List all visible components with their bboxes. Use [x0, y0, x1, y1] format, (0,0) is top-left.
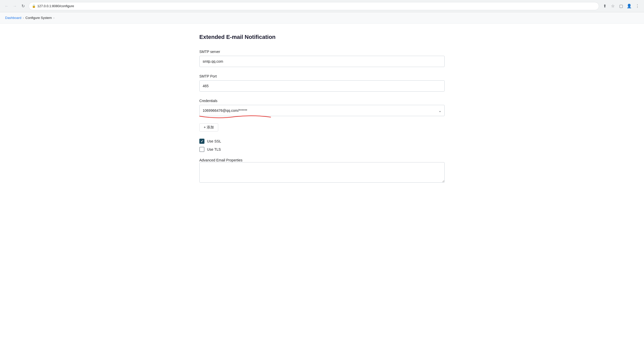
- reload-button[interactable]: ↻: [19, 3, 27, 10]
- share-button[interactable]: ⬆: [601, 3, 608, 10]
- add-credentials-button[interactable]: + 添加: [199, 123, 218, 131]
- breadcrumb-sep-1: ›: [23, 16, 24, 20]
- use-ssl-checkbox-wrapper[interactable]: ✓ Use SSL: [199, 139, 221, 144]
- checkmark-icon: ✓: [201, 139, 203, 143]
- extensions-button[interactable]: ▢: [617, 3, 625, 10]
- credentials-wrapper: 1069966476@qq.com/****** ⌄: [199, 105, 445, 116]
- breadcrumb: Dashboard › Configure System ›: [0, 12, 644, 24]
- smtp-port-input[interactable]: [199, 80, 445, 92]
- breadcrumb-sep-2: ›: [53, 16, 54, 20]
- back-button[interactable]: ←: [3, 3, 10, 10]
- browser-chrome: ← → ↻ 🔒 127.0.0.1:8080/configure ⬆ ☆ ▢ 👤…: [0, 0, 644, 12]
- use-ssl-label: Use SSL: [207, 139, 221, 143]
- advanced-email-section: Advanced Email Properties: [199, 158, 445, 183]
- url-text: 127.0.0.1:8080/configure: [37, 4, 74, 8]
- credentials-annotation: 1069966476@qq.com/****** ⌄: [199, 105, 445, 116]
- lock-icon: 🔒: [32, 4, 36, 8]
- use-tls-checkbox-wrapper[interactable]: Use TLS: [199, 147, 221, 152]
- use-tls-group: Use TLS: [199, 147, 445, 152]
- advanced-email-label: Advanced Email Properties: [199, 158, 243, 162]
- credentials-group: Credentials 1069966476@qq.com/****** ⌄ +…: [199, 99, 445, 131]
- smtp-server-input[interactable]: [199, 56, 445, 67]
- advanced-email-textarea[interactable]: [199, 162, 445, 183]
- use-tls-label: Use TLS: [207, 147, 221, 151]
- use-ssl-group: ✓ Use SSL: [199, 139, 445, 144]
- forward-button[interactable]: →: [11, 3, 18, 10]
- smtp-server-group: SMTP server: [199, 50, 445, 67]
- smtp-port-label: SMTP Port: [199, 74, 445, 78]
- credentials-label: Credentials: [199, 99, 445, 103]
- use-tls-checkbox[interactable]: [199, 147, 204, 152]
- nav-buttons: ← → ↻: [3, 3, 27, 10]
- bookmark-button[interactable]: ☆: [609, 3, 616, 10]
- menu-button[interactable]: ⋮: [634, 3, 641, 10]
- add-button-label: + 添加: [204, 125, 214, 130]
- smtp-server-label: SMTP server: [199, 50, 445, 54]
- address-bar[interactable]: 🔒 127.0.0.1:8080/configure: [29, 2, 599, 10]
- credentials-select[interactable]: 1069966476@qq.com/******: [199, 105, 445, 116]
- main-content: Extended E-mail Notification SMTP server…: [194, 24, 450, 194]
- breadcrumb-configure-system: Configure System: [26, 16, 52, 20]
- browser-actions: ⬆ ☆ ▢ 👤 ⋮: [601, 3, 641, 10]
- checkboxes-section: ✓ Use SSL Use TLS: [199, 139, 445, 152]
- smtp-port-group: SMTP Port: [199, 74, 445, 92]
- page-title: Extended E-mail Notification: [199, 34, 445, 40]
- profile-button[interactable]: 👤: [626, 3, 633, 10]
- use-ssl-checkbox[interactable]: ✓: [199, 139, 204, 144]
- breadcrumb-dashboard[interactable]: Dashboard: [5, 16, 21, 20]
